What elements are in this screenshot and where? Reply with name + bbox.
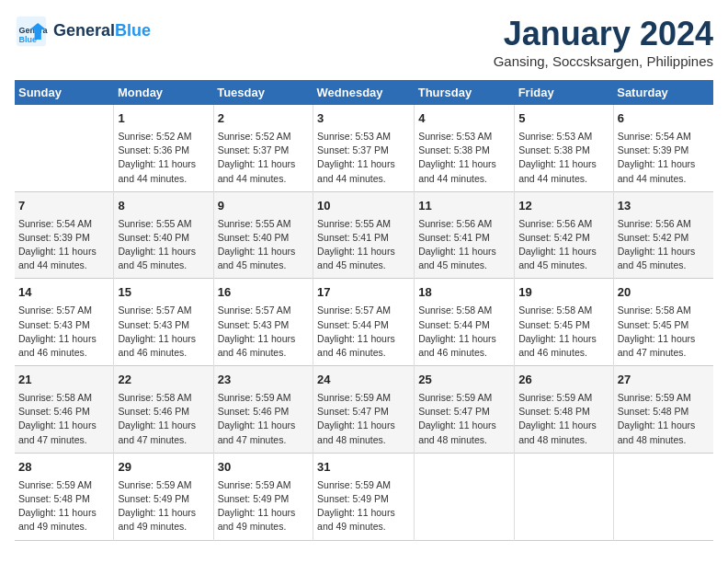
day-info-line: Sunrise: 5:57 AM — [218, 304, 291, 316]
day-number: 10 — [317, 198, 410, 215]
day-info-line: Sunrise: 5:59 AM — [418, 392, 492, 403]
day-info-line: and 45 minutes. — [518, 259, 587, 270]
day-info: Sunrise: 5:59 AMSunset: 5:49 PMDaylight:… — [118, 478, 209, 534]
calendar-cell: 10Sunrise: 5:55 AMSunset: 5:41 PMDayligh… — [313, 191, 415, 279]
header-wednesday: Wednesday — [313, 80, 415, 105]
day-info: Sunrise: 5:56 AMSunset: 5:41 PMDaylight:… — [418, 217, 510, 273]
header-monday: Monday — [114, 80, 213, 105]
day-info-line: Daylight: 11 hours — [218, 246, 296, 257]
day-info-line: Daylight: 11 hours — [618, 333, 696, 344]
day-info-line: Sunrise: 5:59 AM — [618, 392, 691, 403]
day-info-line: Sunrise: 5:59 AM — [317, 392, 391, 403]
day-info-line: and 44 minutes. — [618, 173, 687, 184]
day-info-line: Sunrise: 5:52 AM — [118, 131, 191, 142]
calendar-subtitle: Gansing, Soccsksargen, Philippines — [494, 53, 713, 69]
logo-text: GeneralBlue — [53, 22, 151, 40]
day-info-line: Sunrise: 5:55 AM — [118, 218, 191, 229]
day-number: 12 — [518, 198, 609, 215]
calendar-week-row: 7Sunrise: 5:54 AMSunset: 5:39 PMDaylight… — [15, 191, 713, 279]
day-info-line: Daylight: 11 hours — [518, 333, 597, 344]
day-info-line: Sunset: 5:48 PM — [18, 493, 90, 504]
day-info-line: and 44 minutes. — [218, 173, 287, 184]
day-info-line: Sunrise: 5:53 AM — [317, 131, 391, 142]
logo-icon: General Blue — [15, 15, 48, 48]
day-info-line: Sunrise: 5:57 AM — [18, 304, 92, 316]
day-number: 16 — [218, 284, 309, 302]
day-info-line: Daylight: 11 hours — [518, 419, 597, 431]
day-info-line: and 44 minutes. — [418, 173, 487, 184]
day-info-line: Daylight: 11 hours — [18, 419, 97, 431]
calendar-title: January 2024 — [494, 15, 713, 53]
day-info-line: Sunrise: 5:58 AM — [118, 392, 191, 403]
calendar-cell: 28Sunrise: 5:59 AMSunset: 5:48 PMDayligh… — [15, 453, 114, 540]
calendar-cell — [613, 453, 713, 540]
day-info-line: Sunset: 5:45 PM — [618, 319, 689, 330]
day-info-line: Daylight: 11 hours — [218, 333, 296, 344]
day-info-line: and 46 minutes. — [418, 347, 487, 358]
day-info-line: Daylight: 11 hours — [317, 246, 395, 257]
day-info-line: Daylight: 11 hours — [618, 158, 696, 169]
day-info-line: Sunset: 5:47 PM — [317, 406, 389, 417]
day-info-line: Daylight: 11 hours — [118, 507, 196, 518]
day-info-line: and 46 minutes. — [518, 347, 587, 358]
day-info-line: Sunset: 5:37 PM — [218, 144, 290, 155]
day-info-line: and 44 minutes. — [18, 259, 87, 270]
day-number: 20 — [618, 284, 710, 302]
day-info-line: Sunrise: 5:59 AM — [218, 392, 291, 403]
day-info-line: Sunrise: 5:52 AM — [218, 131, 291, 142]
calendar-cell: 22Sunrise: 5:58 AMSunset: 5:46 PMDayligh… — [114, 366, 213, 454]
calendar-cell: 7Sunrise: 5:54 AMSunset: 5:39 PMDaylight… — [15, 191, 114, 279]
day-number: 4 — [418, 110, 510, 128]
day-info-line: Daylight: 11 hours — [118, 419, 196, 431]
day-info-line: and 46 minutes. — [18, 347, 87, 358]
day-info-line: Sunrise: 5:54 AM — [618, 131, 691, 142]
day-info-line: Sunrise: 5:55 AM — [218, 218, 291, 229]
day-info: Sunrise: 5:55 AMSunset: 5:40 PMDaylight:… — [118, 217, 209, 273]
day-info-line: and 45 minutes. — [317, 259, 386, 270]
calendar-cell: 31Sunrise: 5:59 AMSunset: 5:49 PMDayligh… — [313, 453, 415, 540]
day-number: 9 — [218, 198, 309, 215]
day-number: 1 — [118, 110, 209, 128]
day-info-line: Daylight: 11 hours — [18, 333, 97, 344]
title-block: January 2024 Gansing, Soccsksargen, Phil… — [494, 15, 713, 69]
calendar-table: SundayMondayTuesdayWednesdayThursdayFrid… — [15, 80, 713, 541]
header-saturday: Saturday — [613, 80, 713, 105]
day-info-line: Sunrise: 5:58 AM — [618, 304, 691, 316]
day-info: Sunrise: 5:59 AMSunset: 5:46 PMDaylight:… — [218, 391, 309, 447]
day-number: 31 — [317, 459, 410, 477]
day-info-line: Daylight: 11 hours — [317, 333, 395, 344]
day-number: 3 — [317, 110, 410, 128]
day-number: 28 — [18, 459, 109, 477]
day-info-line: Daylight: 11 hours — [317, 158, 395, 169]
day-info-line: Sunrise: 5:58 AM — [18, 392, 92, 403]
day-info: Sunrise: 5:57 AMSunset: 5:43 PMDaylight:… — [18, 304, 109, 360]
day-info-line: and 48 minutes. — [317, 434, 386, 445]
day-info-line: Daylight: 11 hours — [118, 333, 196, 344]
day-info: Sunrise: 5:57 AMSunset: 5:43 PMDaylight:… — [118, 304, 209, 360]
day-info-line: Sunset: 5:37 PM — [317, 144, 389, 155]
day-info-line: Daylight: 11 hours — [218, 507, 296, 518]
calendar-cell: 21Sunrise: 5:58 AMSunset: 5:46 PMDayligh… — [15, 366, 114, 454]
day-info-line: Sunrise: 5:56 AM — [618, 218, 691, 229]
day-info-line: Sunset: 5:39 PM — [18, 232, 90, 243]
day-info-line: Sunset: 5:43 PM — [218, 319, 290, 330]
day-info-line: Sunset: 5:40 PM — [118, 232, 189, 243]
day-info-line: and 49 minutes. — [218, 521, 287, 532]
calendar-cell: 20Sunrise: 5:58 AMSunset: 5:45 PMDayligh… — [613, 279, 713, 366]
day-info-line: Sunset: 5:48 PM — [518, 406, 590, 417]
day-info-line: Sunrise: 5:53 AM — [518, 131, 592, 142]
svg-text:Blue: Blue — [19, 35, 38, 44]
day-info-line: and 46 minutes. — [317, 347, 386, 358]
day-info: Sunrise: 5:59 AMSunset: 5:47 PMDaylight:… — [418, 391, 510, 447]
calendar-cell: 14Sunrise: 5:57 AMSunset: 5:43 PMDayligh… — [15, 279, 114, 366]
day-info-line: Sunrise: 5:59 AM — [317, 479, 391, 490]
day-number: 27 — [618, 372, 710, 389]
calendar-cell: 17Sunrise: 5:57 AMSunset: 5:44 PMDayligh… — [313, 279, 415, 366]
day-info-line: Daylight: 11 hours — [418, 158, 496, 169]
day-info-line: Sunset: 5:43 PM — [118, 319, 189, 330]
day-number: 13 — [618, 198, 710, 215]
day-info-line: Sunset: 5:42 PM — [518, 232, 590, 243]
calendar-cell: 15Sunrise: 5:57 AMSunset: 5:43 PMDayligh… — [114, 279, 213, 366]
calendar-cell: 1Sunrise: 5:52 AMSunset: 5:36 PMDaylight… — [114, 105, 213, 191]
day-info-line: Sunrise: 5:57 AM — [118, 304, 191, 316]
